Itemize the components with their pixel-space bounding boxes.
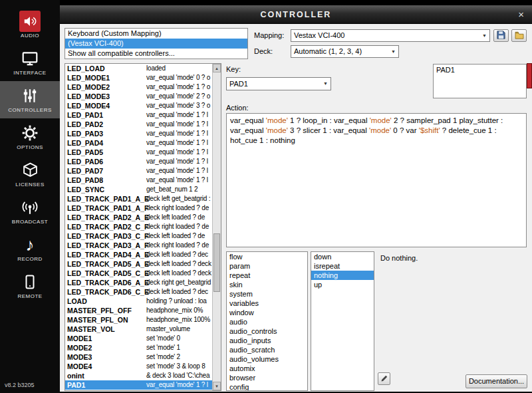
action-category-item[interactable]: system [227, 289, 307, 299]
action-label: Action: [226, 104, 249, 112]
documentation-button[interactable]: Documentation... [466, 374, 527, 388]
sidebar-item-licenses[interactable]: LICENSES [0, 156, 60, 193]
action-category-item[interactable]: audio_inputs [227, 336, 307, 345]
scroll-up-icon[interactable]: ▲ [213, 64, 221, 72]
key-list-row[interactable]: LED_TRACK_PAD3_C_Fdeck left loaded ? de [65, 231, 212, 241]
key-list-row[interactable]: LED_TRACK_PAD1_A_Fdeck right loaded ? de [65, 203, 212, 213]
key-list-row[interactable]: LED_MODE2var_equal 'mode' 1 ? o [65, 82, 212, 92]
key-list-row[interactable]: LED_TRACK_PAD6_A_Edeck right get_beatgri… [65, 278, 212, 287]
key-list-row[interactable]: LED_LOADloaded [65, 64, 212, 73]
action-category-item[interactable]: param [227, 261, 307, 271]
sidebar-item-interface[interactable]: INTERFACE [0, 44, 60, 81]
key-list-row[interactable]: LED_PAD6var_equal 'mode' 1 ? l [65, 157, 212, 166]
key-list-row[interactable]: LED_TRACK_PAD5_A_Edeck left loaded ? dec… [65, 259, 212, 269]
sidebar-item-options[interactable]: OPTIONS [0, 118, 60, 156]
sidebar-item-remote[interactable]: REMOTE [0, 267, 60, 305]
deck-value: Automatic (1, 2, 3, 4) [294, 46, 362, 57]
key-dropdown[interactable]: PAD1 ▼ [226, 77, 331, 90]
key-list-row[interactable]: LED_SYNCget_beat_num 1 2 [65, 185, 212, 194]
key-list-row[interactable]: onint& deck 3 load 'C:\chea [65, 371, 212, 380]
action-category-item[interactable]: audio_scratch [227, 345, 307, 354]
action-subitem[interactable]: up [311, 280, 374, 289]
controller-list: Keyboard (Custom Mapping)(Vestax VCI-400… [65, 28, 248, 59]
key-list-row[interactable]: LED_TRACK_PAD5_C_Edeck left loaded ? dec… [65, 269, 212, 278]
action-category-item[interactable]: variables [227, 299, 307, 308]
action-subitem[interactable]: nothing [311, 271, 374, 280]
learn-box-scrollbar[interactable] [527, 63, 532, 88]
sidebar-item-broadcast[interactable]: BROADCAST [0, 193, 60, 230]
action-category-item[interactable]: audio_volumes [227, 354, 307, 364]
action-category-item[interactable]: browser [227, 373, 307, 382]
dialog-title: CONTROLLER [60, 5, 532, 24]
broadcast-icon [0, 193, 60, 218]
action-category-item[interactable]: window [227, 308, 307, 317]
key-list-row[interactable]: MODE3set 'mode' 2 [65, 352, 212, 362]
version-label: v8.2 b3205 [5, 382, 35, 388]
key-list-row[interactable]: MODE2set 'mode' 1 [65, 343, 212, 352]
action-category-item[interactable]: automix [227, 364, 307, 373]
sidebar-item-label: CONTROLLERS [0, 107, 60, 113]
key-list-row[interactable]: MODE1set 'mode' 0 [65, 334, 212, 343]
action-category-item[interactable]: config [227, 382, 307, 391]
action-category-item[interactable]: repeat [227, 271, 307, 280]
key-list-row[interactable]: MASTER_PFL_ONheadphone_mix 100% [65, 315, 212, 325]
deck-dropdown[interactable]: Automatic (1, 2, 3, 4) ▼ [291, 45, 399, 58]
chevron-down-icon: ▼ [323, 78, 328, 90]
mapping-value: Vestax VCI-400 [294, 30, 344, 41]
key-list-row[interactable]: LED_TRACK_PAD2_C_Fdeck right loaded ? de [65, 222, 212, 231]
key-list-row[interactable]: LED_PAD8var_equal 'mode' 1 ? l [65, 176, 212, 185]
key-list-row[interactable]: LED_TRACK_PAD2_A_Edeck left loaded ? de [65, 213, 212, 222]
key-list-row[interactable]: LOADholding ? unload : loa [65, 297, 212, 306]
key-list-row[interactable]: LED_TRACK_PAD6_C_Edeck left loaded ? dec [65, 287, 212, 297]
chevron-down-icon: ▼ [391, 46, 396, 57]
key-list-row[interactable]: MODE4set 'mode' 3 & loop 8 [65, 362, 212, 371]
action-editor[interactable]: var_equal 'mode' 1 ? loop_in : var_equal… [226, 113, 527, 247]
sidebar-item-controllers[interactable]: CONTROLLERS [0, 81, 60, 118]
disk-icon [497, 30, 505, 42]
key-list-row[interactable]: MASTER_VOLmaster_volume [65, 325, 212, 334]
edit-action-button[interactable] [378, 372, 390, 385]
action-subitem[interactable]: down [311, 252, 374, 261]
key-list-row[interactable]: LED_MODE3var_equal 'mode' 2 ? o [65, 92, 212, 101]
action-category-item[interactable]: audio_controls [227, 327, 307, 336]
action-category-list: flowparamrepeatskinsystemvariableswindow… [226, 251, 308, 391]
key-list-row[interactable]: MASTER_PFL_OFFheadphone_mix 0% [65, 306, 212, 315]
scrollbar-thumb[interactable] [213, 233, 220, 292]
save-mapping-button[interactable] [493, 29, 509, 42]
scroll-down-icon[interactable]: ▼ [213, 382, 221, 390]
content-area: Keyboard (Custom Mapping)(Vestax VCI-400… [60, 24, 532, 392]
key-list-row[interactable]: PAD1var_equal 'mode' 1 ? l [65, 380, 212, 390]
key-list-row[interactable]: LED_PAD4var_equal 'mode' 1 ? l [65, 138, 212, 148]
key-list-row[interactable]: LED_MODE1var_equal 'mode' 0 ? o [65, 73, 212, 82]
open-mapping-folder-button[interactable] [511, 29, 527, 42]
key-list-scrollbar[interactable]: ▲ ▼ [212, 64, 221, 390]
pencil-icon [380, 373, 388, 385]
action-category-item[interactable]: skin [227, 280, 307, 289]
mapping-label: Mapping: [254, 31, 284, 39]
action-subitem[interactable]: isrepeat [311, 261, 374, 271]
folder-icon [515, 30, 524, 42]
phone-icon [0, 267, 60, 293]
action-category-item[interactable]: audio [227, 317, 307, 327]
sidebar-item-label: OPTIONS [0, 144, 60, 150]
key-list-row[interactable]: LED_PAD3var_equal 'mode' 1 ? l [65, 129, 212, 138]
key-list-row[interactable]: LED_PAD1var_equal 'mode' 1 ? l [65, 110, 212, 120]
mapping-dropdown[interactable]: Vestax VCI-400 ▼ [291, 29, 490, 42]
key-list-row[interactable]: LED_PAD5var_equal 'mode' 1 ? l [65, 148, 212, 157]
key-list-row[interactable]: LED_TRACK_PAD1_A_Edeck left get_beatgrid… [65, 194, 212, 203]
sidebar: AUDIO INTERFACE [0, 0, 60, 393]
controller-list-item[interactable]: (Vestax VCI-400) [65, 39, 247, 49]
key-list-row[interactable]: LED_PAD7var_equal 'mode' 1 ? l [65, 166, 212, 176]
key-list-row[interactable]: LED_MODE4var_equal 'mode' 3 ? o [65, 101, 212, 110]
action-category-item[interactable]: flow [227, 252, 307, 261]
key-list-row[interactable]: LED_PAD2var_equal 'mode' 1 ? l [65, 120, 212, 129]
key-list-row[interactable]: LED_TRACK_PAD4_A_Edeck left loaded ? dec [65, 250, 212, 259]
controller-list-item[interactable]: Keyboard (Custom Mapping) [65, 29, 247, 39]
sidebar-item-record[interactable]: ♪ RECORD [0, 230, 60, 267]
deck-label: Deck: [254, 47, 273, 55]
sidebar-item-audio[interactable]: AUDIO [0, 7, 60, 44]
key-list-row[interactable]: LED_TRACK_PAD3_A_Fdeck right loaded ? de [65, 241, 212, 250]
close-icon[interactable]: × [518, 5, 524, 23]
key-learn-box[interactable]: PAD1 [433, 64, 527, 98]
controller-list-item[interactable]: Show all compatible controllers... [65, 49, 247, 59]
